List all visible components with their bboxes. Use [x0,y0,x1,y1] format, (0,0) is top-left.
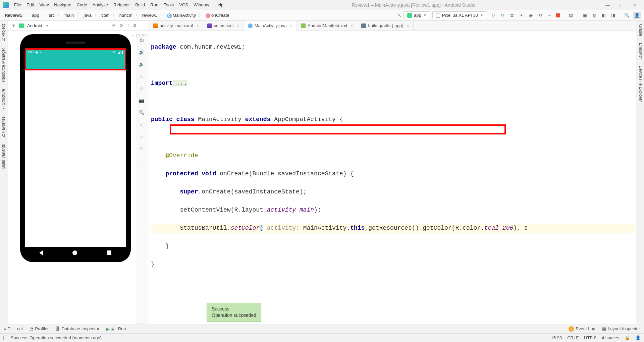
volume-up-icon[interactable]: 🔊 [138,49,145,55]
nav-recents-icon[interactable] [107,250,111,255]
menu-code[interactable]: Code [74,1,90,9]
emu-close[interactable]: × [142,33,145,38]
tool-profiler[interactable]: ◔Profiler [30,326,49,331]
tool-favorites[interactable]: 2: Favorites [0,113,8,141]
status-window-icon[interactable] [3,336,8,340]
build-icon[interactable]: ↖ [397,12,401,18]
tab-colors[interactable]: colors.xml× [203,21,244,31]
maximize-button[interactable]: ▢ [614,2,628,8]
menu-window[interactable]: Window [191,1,212,9]
tab-activity-main[interactable]: activity_main.xml× [149,21,203,31]
device-label: Pixel 3a XL API 30 [442,13,478,18]
tool-project[interactable]: 1: Project [0,21,8,45]
overview-icon[interactable]: □ [138,145,145,152]
coverage-icon[interactable]: ✦ [519,12,525,18]
rotate-right-icon[interactable]: ◇ [138,85,145,92]
nav-home-icon[interactable] [72,250,77,255]
tool-logcat[interactable]: cat [17,326,23,331]
rotate-left-icon[interactable]: ◇ [138,73,145,79]
profile-icon[interactable]: ◉ [528,12,534,18]
menu-navigate[interactable]: Navigate [51,1,74,9]
status-inspection-icon[interactable]: 👤 [635,335,641,340]
crumb-main[interactable]: main [63,12,75,18]
crumb-app[interactable]: app [31,12,41,18]
close-icon[interactable]: × [351,23,353,28]
menu-refactor[interactable]: Refactor [111,1,132,9]
back-icon[interactable]: ◁ [138,121,145,128]
menu-edit[interactable]: Edit [24,1,37,9]
tool-event-log[interactable]: 2Event Log [569,326,595,332]
tab-manifest[interactable]: AndroidManifest.xml× [297,21,357,31]
stop-icon[interactable] [556,13,560,17]
tab-build-gradle[interactable]: build.gradle (:app)× [357,21,413,31]
crumb-review1[interactable]: review1 [141,12,159,18]
screenshot-icon[interactable]: 📷 [138,97,145,104]
sync-icon[interactable]: ▤ [568,12,574,18]
target-icon[interactable]: ⊕ [112,23,116,28]
close-icon[interactable]: × [237,23,239,28]
menu-help[interactable]: Help [212,1,226,9]
tool-todo[interactable]: ≡ T [4,326,10,331]
close-icon[interactable]: × [407,23,409,28]
menu-run[interactable]: Run [148,1,161,9]
minimize-button[interactable]: — [601,2,614,8]
crumb-class[interactable]: CMainActivity [166,12,197,19]
tool-emulator[interactable]: Emulator [636,40,644,62]
debug-attach-icon[interactable]: ⋯ [547,12,553,18]
rm-icon[interactable]: ◧ [601,12,607,18]
gear-icon[interactable]: ⚙ [133,23,137,28]
device-selector[interactable]: Pixel 3a XL API 30 ▼ [432,11,487,19]
user-avatar[interactable]: 👤 [633,12,641,19]
unknown-icon[interactable]: ◨ [610,12,616,18]
emu-float[interactable]: □ [137,33,140,38]
tool-run[interactable]: ▶4: Run [106,326,126,332]
sdk-icon[interactable]: ▥ [591,12,597,18]
zoom-icon[interactable]: 🔍 [138,109,145,116]
filter-icon[interactable]: ⁝ [127,23,129,28]
crumb-com[interactable]: com [100,12,111,18]
home-icon[interactable]: ○ [138,133,145,140]
menu-file[interactable]: File [11,1,24,9]
refresh-icon[interactable]: ⟳ [120,23,123,28]
status-encoding[interactable]: UTF-8 [584,335,596,340]
crumb-project[interactable]: Review1 [3,12,23,18]
debug-icon[interactable]: ≣ [509,12,515,18]
run-icon[interactable]: ↻ [490,12,496,18]
collapse-icon[interactable]: — [141,23,145,28]
nav-back-icon[interactable] [39,250,43,255]
crumb-huncm[interactable]: huncm [118,12,134,18]
menu-tools[interactable]: Tools [161,1,176,9]
apply-changes-icon[interactable]: ↻ [500,12,506,18]
avd-icon[interactable]: ▣ [582,12,588,18]
emu-minimize[interactable]: – [131,33,134,38]
run-config-selector[interactable]: app ▼ [404,11,430,19]
tool-build-variants[interactable]: Build Variants [0,141,8,172]
crumb-java[interactable]: java [82,12,93,18]
attach-icon[interactable]: ⟲ [537,12,543,18]
tool-structure[interactable]: 7: Structure [0,86,8,113]
volume-down-icon[interactable]: 🔉 [138,61,145,67]
close-button[interactable]: ✕ [628,2,641,8]
close-icon[interactable]: × [196,23,199,28]
more-icon[interactable]: ⋯ [138,157,145,164]
menu-view[interactable]: View [37,1,51,9]
status-line-sep[interactable]: CRLF [567,335,579,340]
tool-database-inspector[interactable]: 🗄Database Inspector [55,326,99,331]
breadcrumb: Review1〉 app〉 src〉 main〉 java〉 com〉 hunc… [3,12,230,19]
status-lock-icon[interactable]: 🔒 [625,335,630,340]
tool-resource-manager[interactable]: Resource Manager [0,45,8,86]
menu-build[interactable]: Build [132,1,148,9]
tab-mainactivity[interactable]: MainActivity.java× [244,21,297,31]
tool-gradle[interactable]: Gradle [636,21,644,40]
menu-analyze[interactable]: Analyze [90,1,111,9]
tool-layout-inspector[interactable]: ▦Layout Inspector [602,326,640,332]
crumb-method[interactable]: monCreate [204,12,230,19]
crumb-src[interactable]: src [48,12,56,18]
search-icon[interactable]: 🔍 [624,12,630,18]
code-editor[interactable]: package com.huncm.review1; import ... pu… [149,31,636,324]
emulator-screen[interactable]: 7:07 ◉ ▪ LTE ◢ ▮ [25,48,126,253]
close-icon[interactable]: × [290,23,293,28]
menu-vcs[interactable]: VCS [176,1,191,9]
status-indent[interactable]: 4 spaces [602,335,619,340]
tool-device-file-explorer[interactable]: Device File Explorer [636,62,644,105]
